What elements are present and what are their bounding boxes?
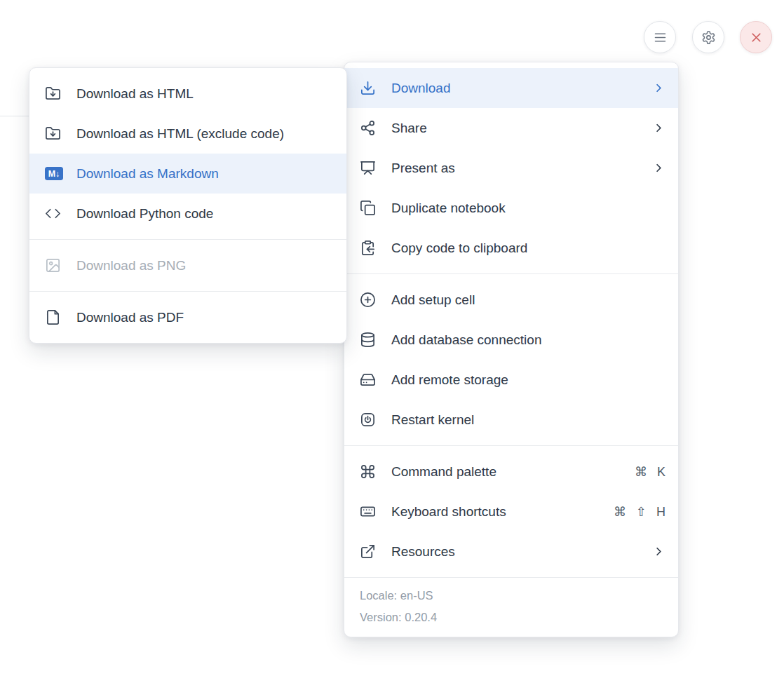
download-icon [360, 80, 378, 96]
settings-button[interactable] [692, 21, 724, 53]
menu-item-label: Command palette [391, 464, 621, 480]
command-icon [360, 464, 378, 480]
duplicate-icon [360, 200, 378, 216]
menu-item-label: Add remote storage [391, 372, 665, 388]
locale-text: Locale: en-US [344, 585, 678, 607]
menu-footer: Locale: en-US Version: 0.20.4 [344, 578, 678, 637]
submenu-item-label: Download as PNG [76, 258, 334, 273]
hard-drive-icon [360, 372, 378, 388]
page-edge-divider [0, 116, 29, 116]
clipboard-copy-icon [360, 240, 378, 256]
submenu-group-png: Download as PNG [29, 240, 346, 291]
menu-item-label: Copy code to clipboard [391, 241, 665, 256]
submenu-item-label: Download Python code [76, 206, 334, 222]
menu-group-share: Download Share Present as [344, 62, 678, 273]
code-icon [45, 205, 63, 222]
menu-item-label: Add setup cell [391, 292, 665, 308]
submenu-item-download-html-exclude-code[interactable]: Download as HTML (exclude code) [29, 114, 346, 154]
settings-gear-icon [701, 30, 716, 45]
menu-item-label: Share [391, 121, 639, 136]
chevron-right-icon [652, 121, 665, 135]
markdown-badge: M↓ [45, 167, 63, 180]
share-icon [360, 120, 378, 136]
menu-item-label: Present as [391, 161, 639, 176]
menu-item-copy-code[interactable]: Copy code to clipboard [344, 228, 678, 268]
plus-circle-icon [360, 292, 378, 308]
external-link-icon [360, 543, 378, 560]
menu-item-share[interactable]: Share [344, 108, 678, 148]
folder-download-icon [45, 126, 63, 142]
menu-item-download[interactable]: Download [344, 68, 678, 108]
menu-item-duplicate-notebook[interactable]: Duplicate notebook [344, 188, 678, 228]
submenu-item-download-markdown[interactable]: M↓ Download as Markdown [29, 154, 346, 194]
file-icon [45, 309, 63, 325]
submenu-group-pdf: Download as PDF [29, 292, 346, 343]
menu-item-command-palette[interactable]: Command palette ⌘ K [344, 452, 678, 492]
database-icon [360, 332, 378, 348]
version-text: Version: 0.20.4 [344, 607, 678, 628]
menu-group-help: Command palette ⌘ K Keyboard shortcuts ⌘… [344, 446, 678, 577]
hamburger-menu-button[interactable] [644, 21, 676, 53]
presentation-icon [360, 160, 378, 176]
download-submenu: Download as HTML Download as HTML (exclu… [29, 67, 347, 344]
submenu-item-label: Download as HTML [76, 86, 334, 102]
submenu-item-download-png: Download as PNG [29, 245, 346, 285]
menu-item-label: Download [391, 81, 639, 96]
menu-group-kernel: Add setup cell Add database connection A… [344, 274, 678, 445]
menu-item-add-database-connection[interactable]: Add database connection [344, 320, 678, 360]
menu-item-label: Resources [391, 544, 639, 560]
submenu-item-download-python[interactable]: Download Python code [29, 194, 346, 234]
submenu-item-label: Download as Markdown [76, 166, 334, 182]
menu-item-add-remote-storage[interactable]: Add remote storage [344, 360, 678, 400]
image-icon [45, 257, 63, 273]
close-button[interactable] [740, 21, 772, 53]
power-icon [360, 412, 378, 428]
shortcut-hint: ⌘ K [635, 464, 665, 480]
markdown-icon: M↓ [45, 167, 63, 180]
menu-item-label: Keyboard shortcuts [391, 504, 600, 520]
menu-item-resources[interactable]: Resources [344, 532, 678, 571]
submenu-item-download-html[interactable]: Download as HTML [29, 74, 346, 114]
hamburger-menu-icon [653, 30, 668, 45]
folder-download-icon [45, 86, 63, 102]
submenu-group-documents: Download as HTML Download as HTML (exclu… [29, 68, 346, 239]
shortcut-hint: ⌘ ⇧ H [614, 504, 665, 520]
menu-item-add-setup-cell[interactable]: Add setup cell [344, 280, 678, 320]
menu-item-label: Add database connection [391, 332, 665, 348]
menu-item-restart-kernel[interactable]: Restart kernel [344, 400, 678, 440]
menu-item-present-as[interactable]: Present as [344, 148, 678, 188]
close-x-icon [749, 30, 764, 45]
submenu-item-label: Download as PDF [76, 310, 334, 325]
chevron-right-icon [652, 81, 665, 95]
keyboard-icon [360, 503, 378, 520]
menu-item-keyboard-shortcuts[interactable]: Keyboard shortcuts ⌘ ⇧ H [344, 492, 678, 532]
submenu-item-label: Download as HTML (exclude code) [76, 126, 334, 142]
menu-item-label: Restart kernel [391, 412, 665, 428]
submenu-item-download-pdf[interactable]: Download as PDF [29, 297, 346, 337]
notebook-actions-menu: Download Share Present as [344, 62, 679, 637]
chevron-right-icon [652, 161, 665, 175]
menu-item-label: Duplicate notebook [391, 201, 665, 216]
chevron-right-icon [652, 545, 665, 558]
